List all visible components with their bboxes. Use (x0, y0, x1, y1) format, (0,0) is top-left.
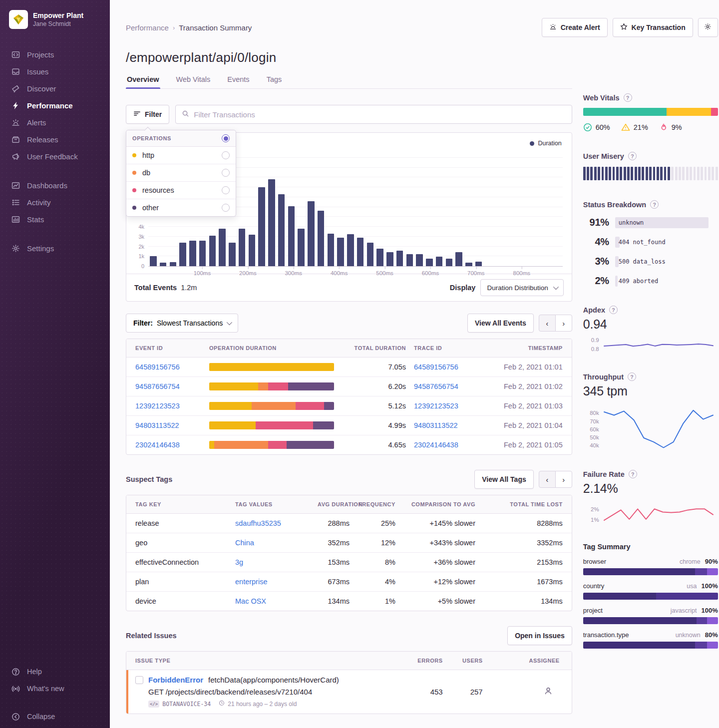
suspect-tags-body: release sdaufhu35235 288ms 25% +145% slo… (126, 514, 572, 611)
histogram-bar (278, 194, 285, 266)
next-page-button[interactable]: › (555, 471, 572, 488)
related-issues-header: Issue TypeErrorsUsersAssignee (126, 652, 572, 670)
histogram-bar (347, 234, 354, 266)
sidebar-item-collapse[interactable]: Collapse (0, 708, 110, 725)
tab-overview[interactable]: Overview (126, 71, 160, 88)
event-id-link[interactable]: 94803113522 (135, 421, 179, 429)
histogram-bar (239, 229, 245, 266)
total-duration: 4.99s (330, 416, 410, 435)
prev-page-button[interactable]: ‹ (539, 315, 556, 332)
sidebar-item-issues[interactable]: Issues (0, 63, 110, 80)
view-all-events-button[interactable]: View All Events (467, 314, 534, 333)
transactions-filter-select[interactable]: Filter: Slowest Transactions (126, 314, 238, 333)
histogram-bar (328, 234, 334, 266)
sidebar-item-releases[interactable]: Releases (0, 131, 110, 148)
prev-page-button[interactable]: ‹ (539, 471, 556, 488)
sidebar-item-stats[interactable]: Stats (0, 211, 110, 228)
tab-tags[interactable]: Tags (266, 71, 283, 88)
sidebar-item-discover[interactable]: Discover (0, 80, 110, 97)
event-id-link[interactable]: 23024146438 (135, 441, 180, 449)
operation-radio-db[interactable] (222, 169, 230, 177)
histogram-bar (396, 251, 403, 266)
operation-radio-resources[interactable] (222, 186, 230, 194)
event-timestamp: Feb 2, 2021 01:04 (500, 416, 567, 435)
tag-summary-section: Tag Summary browser chrome 90% country u… (583, 543, 718, 649)
histogram-bar (386, 252, 393, 266)
assignee-icon[interactable] (544, 687, 553, 697)
operation-radio-other[interactable] (222, 204, 230, 212)
suspect-tags-title: Suspect Tags (126, 475, 172, 483)
operation-radio-http[interactable] (222, 151, 230, 159)
tab-web-vitals[interactable]: Web Vitals (175, 71, 212, 88)
sidebar-item-projects[interactable]: Projects (0, 46, 110, 63)
view-all-tags-button[interactable]: View All Tags (474, 470, 533, 489)
trace-id-link[interactable]: 23024146438 (414, 441, 458, 449)
org-switcher[interactable]: Empower Plant Jane Schmidt (0, 10, 110, 29)
chart-legend[interactable]: Duration (530, 140, 561, 147)
tag-value-link[interactable]: sdaufhu35235 (235, 519, 281, 527)
sidebar-item-settings[interactable]: Settings (0, 240, 110, 257)
user-feedback-icon (11, 152, 20, 161)
operations-all-radio[interactable] (222, 134, 230, 142)
tag-value-link[interactable]: 3g (235, 558, 243, 566)
sidebar-item-alerts[interactable]: Alerts (0, 114, 110, 131)
filter-button[interactable]: Filter (126, 105, 169, 124)
tag-value-link[interactable]: enterprise (235, 578, 267, 586)
op-segment-http (209, 421, 256, 429)
sidebar-item-help[interactable]: Help (0, 663, 110, 680)
op-segment-resources (296, 402, 325, 410)
event-id-link[interactable]: 64589156756 (135, 363, 180, 371)
event-row: 94803113522 4.99s 94803113522 Feb 2, 202… (126, 416, 572, 435)
operation-option-http[interactable]: http (126, 147, 236, 164)
histogram-bar (189, 241, 196, 266)
histogram-bar (170, 262, 176, 266)
operation-option-other[interactable]: other (126, 199, 236, 216)
help-icon[interactable]: ? (628, 152, 637, 160)
event-id-link[interactable]: 12392123523 (135, 402, 180, 410)
trace-id-link[interactable]: 12392123523 (414, 402, 458, 410)
help-icon[interactable]: ? (609, 306, 618, 314)
sidebar-item-what-s-new[interactable]: What's new (0, 680, 110, 697)
check-circle-icon (583, 123, 592, 132)
trace-id-link[interactable]: 94587656754 (414, 382, 458, 390)
search-input[interactable] (194, 110, 565, 119)
discover-icon (11, 84, 20, 93)
breadcrumb-performance[interactable]: Performance (126, 23, 169, 32)
event-id-link[interactable]: 94587656754 (135, 382, 180, 390)
histogram-bar (258, 187, 265, 266)
sidebar-item-dashboards[interactable]: Dashboards (0, 177, 110, 194)
operation-option-resources[interactable]: resources (126, 182, 236, 199)
help-icon[interactable]: ? (628, 372, 636, 381)
tag-value-link[interactable]: China (235, 539, 254, 547)
tab-events[interactable]: Events (226, 71, 250, 88)
warning-triangle-icon (621, 123, 630, 132)
sidebar-item-activity[interactable]: Activity (0, 194, 110, 211)
sidebar-item-user-feedback[interactable]: User Feedback (0, 148, 110, 165)
display-select[interactable]: Duration Distribution (480, 279, 563, 296)
sidebar-footer: Help What's new Collapse (0, 663, 110, 725)
tag-value-link[interactable]: Mac OSX (235, 597, 266, 605)
sidebar-item-performance[interactable]: Performance (0, 97, 110, 114)
settings-button[interactable] (698, 18, 718, 37)
trace-id-link[interactable]: 64589156756 (414, 363, 458, 371)
web-vitals-section: Web Vitals? 60% 21% 9% (583, 93, 718, 132)
throughput-value: 345 tpm (583, 384, 718, 398)
issue-checkbox[interactable] (135, 676, 143, 684)
trace-id-link[interactable]: 94803113522 (414, 421, 458, 429)
clock-icon (219, 700, 225, 708)
operation-option-db[interactable]: db (126, 164, 236, 182)
create-alert-button[interactable]: Create Alert (542, 18, 608, 37)
open-in-issues-button[interactable]: Open in Issues (507, 626, 572, 645)
next-page-button[interactable]: › (555, 315, 572, 332)
issue-type-link[interactable]: ForbiddenError (148, 676, 203, 684)
help-icon[interactable]: ? (629, 470, 637, 478)
events-pagination: ‹ › (539, 315, 572, 332)
help-icon[interactable]: ? (650, 200, 659, 209)
display-label: Display (450, 284, 476, 292)
events-table: Event IDOperation DurationTotal Duration… (126, 339, 572, 455)
key-transaction-button[interactable]: Key Transaction (613, 18, 693, 37)
status-row: 2% 409 aborted (583, 275, 718, 287)
histogram-bar (249, 235, 255, 266)
help-icon[interactable]: ? (624, 93, 632, 102)
event-timestamp: Feb 2, 2021 01:03 (500, 396, 567, 415)
